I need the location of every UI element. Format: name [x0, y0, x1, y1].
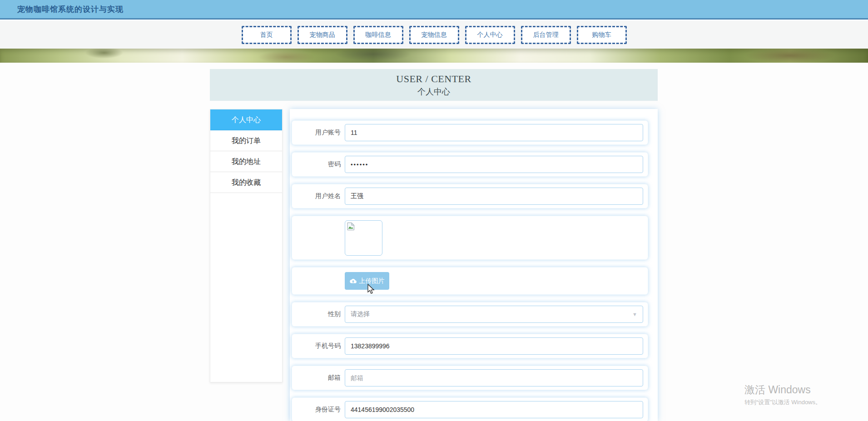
nav-item-home[interactable]: 首页: [242, 26, 292, 44]
broken-image-icon: [347, 222, 355, 231]
nav-item-coffee-info[interactable]: 咖啡信息: [353, 26, 403, 44]
gender-select-value: 请选择: [351, 310, 370, 318]
field-phone-input[interactable]: [345, 337, 643, 355]
field-email-label: 邮箱: [292, 374, 345, 382]
sidebar: 个人中心 我的订单 我的地址 我的收藏: [210, 109, 283, 382]
field-email-input[interactable]: [345, 369, 643, 386]
field-idcard-input[interactable]: [345, 401, 643, 418]
page-title-panel: USER / CENTER 个人中心: [210, 69, 658, 101]
field-username-row: 用户账号: [292, 120, 648, 145]
field-password-label: 密码: [292, 160, 345, 168]
nav-item-admin[interactable]: 后台管理: [521, 26, 571, 44]
field-idcard-label: 身份证号: [292, 406, 345, 414]
nav-item-pet-info[interactable]: 宠物信息: [409, 26, 459, 44]
main-nav: 首页 宠物商品 咖啡信息 宠物信息 个人中心 后台管理 购物车: [0, 21, 868, 49]
sidebar-item-profile[interactable]: 个人中心: [210, 109, 282, 130]
nav-item-user-center[interactable]: 个人中心: [465, 26, 515, 44]
field-username-label: 用户账号: [292, 129, 345, 137]
gender-select[interactable]: 请选择 ▼: [345, 306, 643, 323]
field-gender-label: 性别: [292, 310, 345, 318]
windows-activation-watermark: 激活 Windows 转到“设置”以激活 Windows。: [744, 383, 821, 406]
watermark-title: 激活 Windows: [744, 383, 821, 397]
app-header: 宠物咖啡馆系统的设计与实现: [0, 0, 868, 20]
field-realname-input[interactable]: [345, 188, 643, 205]
field-realname-row: 用户姓名: [292, 184, 648, 208]
field-upload-row: 上传图片: [292, 267, 648, 295]
avatar-preview[interactable]: [345, 220, 382, 256]
upload-image-button[interactable]: 上传图片: [345, 272, 389, 290]
field-username-input[interactable]: [345, 124, 643, 141]
app-title: 宠物咖啡馆系统的设计与实现: [17, 4, 124, 15]
field-avatar-row: [292, 216, 648, 260]
nav-item-pet-products[interactable]: 宠物商品: [298, 26, 347, 44]
sidebar-item-orders[interactable]: 我的订单: [210, 130, 282, 151]
profile-form: 用户账号 密码 用户姓名 上传图片 性别 请选择: [290, 109, 658, 421]
field-password-row: 密码: [292, 152, 648, 177]
page-title-zh: 个人中心: [210, 86, 658, 97]
banner-image: [0, 49, 868, 63]
field-idcard-row: 身份证号: [292, 397, 648, 421]
field-phone-row: 手机号码: [292, 334, 648, 358]
field-gender-row: 性别 请选择 ▼: [292, 302, 648, 327]
sidebar-item-address[interactable]: 我的地址: [210, 151, 282, 172]
field-realname-label: 用户姓名: [292, 192, 345, 200]
sidebar-item-favorites[interactable]: 我的收藏: [210, 172, 282, 193]
field-phone-label: 手机号码: [292, 342, 345, 350]
cloud-upload-icon: [350, 277, 357, 284]
upload-image-label: 上传图片: [359, 277, 385, 285]
field-password-input[interactable]: [345, 156, 643, 173]
nav-item-cart[interactable]: 购物车: [577, 26, 627, 44]
field-email-row: 邮箱: [292, 366, 648, 390]
chevron-down-icon: ▼: [632, 312, 637, 317]
watermark-subtitle: 转到“设置”以激活 Windows。: [744, 398, 821, 406]
page-title-en: USER / CENTER: [210, 69, 658, 85]
